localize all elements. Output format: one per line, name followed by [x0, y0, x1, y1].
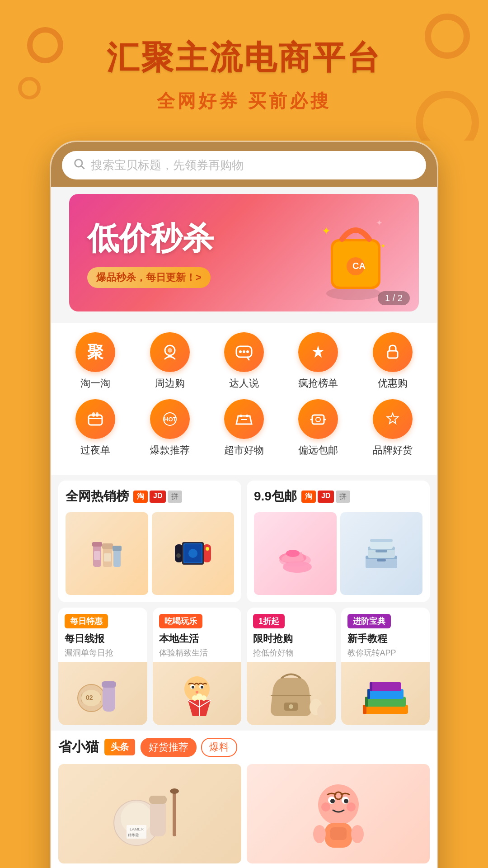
svg-rect-54	[377, 559, 386, 561]
svg-rect-17	[89, 415, 102, 425]
category-label-8: 超市好物	[224, 443, 264, 457]
platform-badges-pkg: 淘 JD 拼	[301, 491, 350, 503]
feature-img-food	[153, 662, 242, 725]
decor-circle-2	[18, 77, 41, 99]
banner-indicator: 1 / 2	[378, 291, 410, 305]
feature-card-guide-top: 进阶宝典 新手教程 教你玩转APP	[341, 608, 430, 662]
svg-rect-80	[370, 682, 401, 691]
category-item-9[interactable]: 偏远包邮	[286, 399, 350, 457]
svg-rect-26	[312, 415, 324, 424]
category-label-7: 爆款推荐	[150, 443, 190, 457]
category-label-10: 品牌好货	[373, 443, 413, 457]
feature-sub-guide: 教你玩转APP	[347, 647, 424, 658]
feature-img-daily: 02	[58, 662, 147, 725]
search-icon	[73, 157, 85, 173]
svg-point-100	[321, 802, 330, 811]
category-icon-3	[224, 332, 264, 372]
svg-rect-90	[173, 791, 176, 836]
feature-card-daily[interactable]: 每日特惠 每日线报 漏洞单每日抢 02	[58, 608, 147, 725]
phone-mockup: 搜索宝贝标题，先领券再购物 低价秒杀 爆品秒杀，每日更新！>	[50, 141, 438, 868]
svg-rect-36	[175, 544, 183, 562]
header-subtitle: 全网好券 买前必搜	[27, 89, 461, 113]
sheng-tab-hot[interactable]: 爆料	[201, 738, 237, 757]
category-item-3[interactable]: 达人说	[212, 332, 276, 390]
svg-point-99	[344, 799, 348, 803]
feature-badge-flash: 1折起	[253, 614, 285, 628]
sheng-tab-good[interactable]: 好货推荐	[141, 738, 197, 757]
category-label-4: 疯抢榜单	[298, 377, 338, 390]
phone-outer-wrap: 搜索宝贝标题，先领券再购物 低价秒杀 爆品秒杀，每日更新！>	[0, 141, 488, 868]
svg-text:精华霜: 精华霜	[128, 833, 139, 837]
hot-sales-title: 全网热销榜	[66, 488, 129, 505]
svg-rect-84	[370, 682, 372, 691]
feature-img-guide	[341, 662, 430, 725]
svg-text:✦: ✦	[322, 225, 331, 237]
category-item-4[interactable]: 疯抢榜单	[286, 332, 350, 390]
svg-rect-19	[92, 412, 95, 417]
svg-point-46	[286, 550, 300, 557]
category-label-3: 达人说	[229, 377, 259, 390]
svg-rect-53	[370, 539, 393, 542]
feature-card-guide[interactable]: 进阶宝典 新手教程 教你玩转APP	[341, 608, 430, 725]
svg-text:02: 02	[86, 694, 93, 701]
search-input-wrap[interactable]: 搜索宝贝标题，先领券再购物	[62, 151, 426, 179]
svg-point-27	[316, 417, 320, 422]
sheng-product-1[interactable]: LAMER 精华霜	[58, 764, 241, 863]
badge-taobao-2: 淘	[301, 491, 316, 503]
category-item-8[interactable]: 超市好物	[212, 399, 276, 457]
feature-badge-daily: 每日特惠	[65, 614, 108, 628]
svg-point-47	[283, 561, 312, 573]
package-card[interactable]: 9.9包邮 淘 JD 拼	[247, 481, 430, 602]
category-label-1: 淘一淘	[80, 377, 110, 390]
header-section: 汇聚主流电商平台 全网好券 买前必搜	[0, 0, 488, 141]
category-label-5: 优惠购	[378, 377, 408, 390]
svg-rect-34	[94, 551, 100, 560]
package-product-1	[254, 512, 337, 595]
svg-point-14	[243, 350, 245, 353]
decor-circle-3	[425, 14, 470, 59]
svg-rect-59	[102, 681, 116, 688]
category-item-2[interactable]: 周边购	[138, 332, 202, 390]
svg-rect-29	[92, 542, 102, 547]
search-bar-section: 搜索宝贝标题，先领券再购物	[51, 142, 437, 187]
badge-more-1: 拼	[168, 491, 182, 503]
platform-badges-hot: 淘 JD 拼	[133, 491, 182, 503]
package-product-images	[254, 512, 422, 595]
category-icon-9	[298, 399, 338, 439]
hot-sales-header: 全网热销榜 淘 JD 拼	[66, 488, 234, 505]
category-item-7[interactable]: HOT 爆款推荐	[138, 399, 202, 457]
category-item-1[interactable]: 聚 淘一淘	[64, 332, 127, 390]
category-icon-2	[150, 332, 190, 372]
sheng-badge: 头条	[104, 739, 135, 755]
svg-point-43	[176, 553, 181, 558]
category-item-5[interactable]: 优惠购	[361, 332, 424, 390]
hot-product-1	[66, 512, 148, 595]
svg-point-103	[313, 825, 326, 843]
feature-card-food[interactable]: 吃喝玩乐 本地生活 体验精致生活	[153, 608, 242, 725]
hot-product-2	[152, 512, 235, 595]
svg-line-1	[81, 166, 84, 169]
svg-rect-20	[96, 412, 99, 417]
feature-title-food: 本地生活	[159, 632, 235, 646]
category-icon-4	[298, 332, 338, 372]
hot-sales-card[interactable]: 全网热销榜 淘 JD 拼	[58, 481, 241, 602]
svg-point-0	[75, 160, 82, 167]
banner[interactable]: 低价秒杀 爆品秒杀，每日更新！>	[69, 194, 419, 311]
svg-point-74	[289, 704, 293, 709]
svg-rect-37	[203, 544, 211, 562]
svg-rect-16	[388, 351, 398, 358]
badge-taobao-1: 淘	[133, 491, 148, 503]
feature-card-flash[interactable]: 1折起 限时抢购 抢低价好物	[247, 608, 336, 725]
feature-title-flash: 限时抢购	[253, 632, 329, 646]
svg-rect-35	[104, 553, 111, 561]
package-header: 9.9包邮 淘 JD 拼	[254, 488, 422, 505]
feature-sub-food: 体验精致生活	[159, 647, 235, 658]
feature-card-daily-top: 每日特惠 每日线报 漏洞单每日抢	[58, 608, 147, 662]
category-item-6[interactable]: 过夜单	[64, 399, 127, 457]
svg-point-41	[188, 549, 197, 558]
banner-tag: 爆品秒杀，每日更新！>	[87, 267, 211, 288]
feature-title-guide: 新手教程	[347, 632, 424, 646]
sheng-product-2[interactable]	[247, 764, 430, 863]
svg-rect-88	[150, 800, 166, 836]
category-item-10[interactable]: 品牌好货	[361, 399, 424, 457]
